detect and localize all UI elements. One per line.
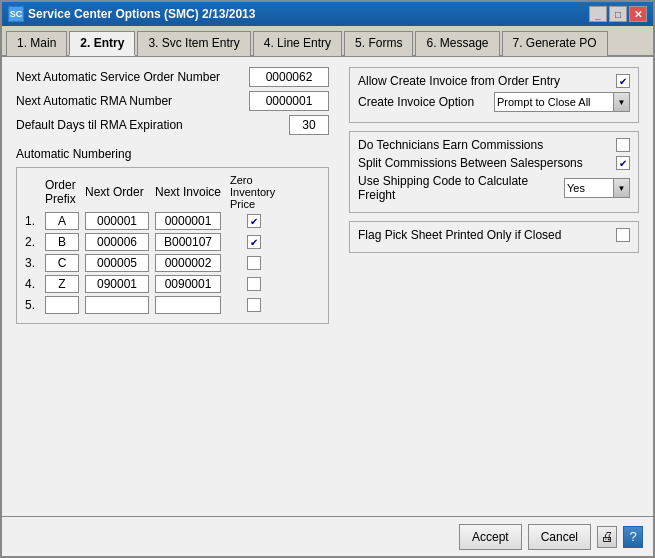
use-shipping-select-arrow[interactable]: ▼ bbox=[614, 178, 630, 198]
service-order-row: Next Automatic Service Order Number bbox=[16, 67, 329, 87]
row5-next-invoice[interactable] bbox=[155, 296, 221, 314]
rma-number-row: Next Automatic RMA Number bbox=[16, 91, 329, 111]
row1-num: 1. bbox=[25, 214, 45, 228]
default-days-input[interactable] bbox=[289, 115, 329, 135]
tab-generate-po[interactable]: 7. Generate PO bbox=[502, 31, 608, 56]
tab-entry[interactable]: 2. Entry bbox=[69, 31, 135, 56]
row4-num: 4. bbox=[25, 277, 45, 291]
auto-numbering-section: Automatic Numbering Order Prefix Next Or… bbox=[16, 147, 329, 324]
table-row: 2. bbox=[25, 233, 320, 251]
row1-zero-inv-checkbox[interactable] bbox=[247, 214, 261, 228]
table-row: 3. bbox=[25, 254, 320, 272]
col-next-order-header: Next Order bbox=[85, 185, 155, 199]
service-order-input[interactable] bbox=[249, 67, 329, 87]
window-controls: _ □ ✕ bbox=[589, 6, 647, 22]
row5-prefix[interactable] bbox=[45, 296, 79, 314]
create-invoice-label: Create Invoice Option bbox=[358, 95, 494, 109]
row4-zero-inv-checkbox[interactable] bbox=[247, 277, 261, 291]
do-technicians-checkbox[interactable] bbox=[616, 138, 630, 152]
table-header-row: Order Prefix Next Order Next Invoice Zer… bbox=[25, 174, 320, 210]
col-prefix-header: Order Prefix bbox=[45, 178, 85, 206]
content-area: Next Automatic Service Order Number Next… bbox=[2, 57, 653, 516]
tab-message[interactable]: 6. Message bbox=[415, 31, 499, 56]
create-invoice-select-arrow[interactable]: ▼ bbox=[614, 92, 630, 112]
split-commissions-row: Split Commissions Between Salespersons bbox=[358, 156, 630, 170]
split-commissions-label: Split Commissions Between Salespersons bbox=[358, 156, 616, 170]
cancel-button[interactable]: Cancel bbox=[528, 524, 591, 550]
tab-line-entry[interactable]: 4. Line Entry bbox=[253, 31, 342, 56]
close-button[interactable]: ✕ bbox=[629, 6, 647, 22]
app-icon: SC bbox=[8, 6, 24, 22]
default-days-row: Default Days til RMA Expiration bbox=[16, 115, 329, 135]
use-shipping-dropdown-wrapper: Yes ▼ bbox=[564, 178, 630, 198]
row4-next-order[interactable] bbox=[85, 275, 149, 293]
accept-button[interactable]: Accept bbox=[459, 524, 522, 550]
title-bar: SC Service Center Options (SMC) 2/13/201… bbox=[2, 2, 653, 26]
create-invoice-row: Create Invoice Option Prompt to Close Al… bbox=[358, 92, 630, 112]
maximize-button[interactable]: □ bbox=[609, 6, 627, 22]
tab-main[interactable]: 1. Main bbox=[6, 31, 67, 56]
auto-numbering-table: Order Prefix Next Order Next Invoice Zer… bbox=[16, 167, 329, 324]
row3-next-order[interactable] bbox=[85, 254, 149, 272]
row4-next-invoice[interactable] bbox=[155, 275, 221, 293]
auto-numbering-title: Automatic Numbering bbox=[16, 147, 329, 161]
print-button[interactable]: 🖨 bbox=[597, 526, 617, 548]
left-area: Next Automatic Service Order Number Next… bbox=[16, 67, 329, 506]
table-row: 4. bbox=[25, 275, 320, 293]
right-area: Allow Create Invoice from Order Entry Cr… bbox=[349, 67, 639, 506]
service-order-label: Next Automatic Service Order Number bbox=[16, 70, 249, 84]
row3-zero-inv-checkbox[interactable] bbox=[247, 256, 261, 270]
commissions-group: Do Technicians Earn Commissions Split Co… bbox=[349, 131, 639, 213]
use-shipping-select[interactable]: Yes bbox=[564, 178, 614, 198]
col-next-invoice-header: Next Invoice bbox=[155, 185, 230, 199]
tab-forms[interactable]: 5. Forms bbox=[344, 31, 413, 56]
row4-prefix[interactable] bbox=[45, 275, 79, 293]
allow-create-row: Allow Create Invoice from Order Entry bbox=[358, 74, 630, 88]
main-area: Next Automatic Service Order Number Next… bbox=[16, 67, 639, 506]
main-window: SC Service Center Options (SMC) 2/13/201… bbox=[0, 0, 655, 558]
flag-pick-label: Flag Pick Sheet Printed Only if Closed bbox=[358, 228, 616, 242]
help-button[interactable]: ? bbox=[623, 526, 643, 548]
minimize-button[interactable]: _ bbox=[589, 6, 607, 22]
row5-zero-inv-checkbox[interactable] bbox=[247, 298, 261, 312]
default-days-label: Default Days til RMA Expiration bbox=[16, 118, 289, 132]
do-technicians-label: Do Technicians Earn Commissions bbox=[358, 138, 616, 152]
split-commissions-checkbox[interactable] bbox=[616, 156, 630, 170]
invoice-options-group: Allow Create Invoice from Order Entry Cr… bbox=[349, 67, 639, 123]
row3-num: 3. bbox=[25, 256, 45, 270]
tab-bar: 1. Main 2. Entry 3. Svc Item Entry 4. Li… bbox=[2, 26, 653, 57]
rma-number-label: Next Automatic RMA Number bbox=[16, 94, 249, 108]
col-zero-inv-header: Zero Inventory Price bbox=[230, 174, 290, 210]
row2-zero-inv-checkbox[interactable] bbox=[247, 235, 261, 249]
footer-bar: Accept Cancel 🖨 ? bbox=[2, 516, 653, 556]
row2-next-invoice[interactable] bbox=[155, 233, 221, 251]
row1-next-order[interactable] bbox=[85, 212, 149, 230]
window-title: Service Center Options (SMC) 2/13/2013 bbox=[28, 7, 255, 21]
pick-sheet-group: Flag Pick Sheet Printed Only if Closed bbox=[349, 221, 639, 253]
table-row: 5. bbox=[25, 296, 320, 314]
row5-num: 5. bbox=[25, 298, 45, 312]
row1-next-invoice[interactable] bbox=[155, 212, 221, 230]
use-shipping-label: Use Shipping Code to Calculate Freight bbox=[358, 174, 564, 202]
do-technicians-row: Do Technicians Earn Commissions bbox=[358, 138, 630, 152]
tab-svc-item[interactable]: 3. Svc Item Entry bbox=[137, 31, 250, 56]
row3-next-invoice[interactable] bbox=[155, 254, 221, 272]
flag-pick-row: Flag Pick Sheet Printed Only if Closed bbox=[358, 228, 630, 242]
row5-next-order[interactable] bbox=[85, 296, 149, 314]
row1-prefix[interactable] bbox=[45, 212, 79, 230]
allow-create-checkbox[interactable] bbox=[616, 74, 630, 88]
rma-number-input[interactable] bbox=[249, 91, 329, 111]
row2-next-order[interactable] bbox=[85, 233, 149, 251]
table-row: 1. bbox=[25, 212, 320, 230]
row3-prefix[interactable] bbox=[45, 254, 79, 272]
row2-prefix[interactable] bbox=[45, 233, 79, 251]
create-invoice-select[interactable]: Prompt to Close All bbox=[494, 92, 614, 112]
create-invoice-dropdown-wrapper: Prompt to Close All ▼ bbox=[494, 92, 630, 112]
row2-num: 2. bbox=[25, 235, 45, 249]
use-shipping-row: Use Shipping Code to Calculate Freight Y… bbox=[358, 174, 630, 202]
flag-pick-checkbox[interactable] bbox=[616, 228, 630, 242]
allow-create-label: Allow Create Invoice from Order Entry bbox=[358, 74, 616, 88]
